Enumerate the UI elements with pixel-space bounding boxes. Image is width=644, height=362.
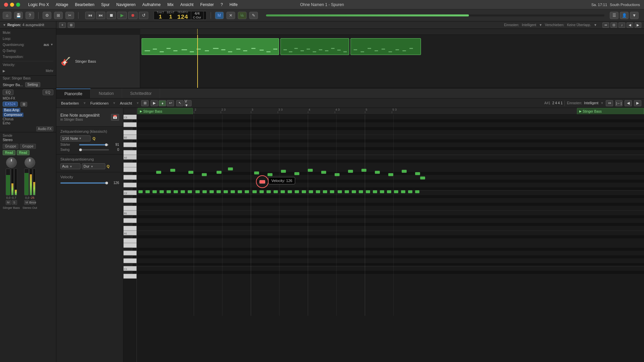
verschieben-dropdown[interactable]: ▼ [594,23,597,27]
quant-note-select[interactable]: 1/16 Note ▼ [60,135,91,141]
tab-pianorolle[interactable]: Pianorolle [56,88,91,98]
region-header[interactable]: ▼ Region: 4 ausgewählt [0,21,56,28]
mute-btn-right[interactable]: M [24,200,30,205]
toolbar-icon-settings[interactable]: ⚙ [43,12,51,19]
menu-hilfe[interactable]: Hilfe [227,2,240,8]
pr-midi-btn[interactable]: ♦ [159,100,166,106]
toolbar-icon-1[interactable]: ⌂ [3,12,11,19]
stop-button[interactable]: ⏹ [107,12,116,19]
toolbar-icon-tool[interactable]: ⊞ [54,12,63,19]
menu-spur[interactable]: Spur [98,2,112,8]
forward-button[interactable]: ⏭ [96,12,105,19]
menu-logicprox[interactable]: Logic Pro X [25,2,52,8]
note-btn[interactable]: ♪ [619,22,625,28]
toolbar-icon-list[interactable]: ☰ [610,12,619,19]
fader-track-left[interactable] [6,169,10,195]
velocity-thumb[interactable] [105,182,108,184]
menu-ansicht[interactable]: Ansicht [178,2,196,8]
toolbar-icon-down[interactable]: ▼ [630,12,639,19]
pr-cursor-btn[interactable]: ↖ [176,100,183,106]
pan-knob-right[interactable] [24,157,35,168]
exs24-link-btn[interactable]: ⛓ [20,102,27,107]
mehr-row[interactable]: ▶ Mehr [3,68,53,73]
menu-fenster[interactable]: Fenster [198,2,217,8]
menu-mix[interactable]: Mix [165,2,176,8]
pr-arrow-left-btn[interactable]: ◀ [625,100,632,106]
pr-menu-funktionen[interactable]: Funktionen [88,101,110,106]
compressor-btn[interactable]: Compressor [3,113,23,117]
progress-bar[interactable] [266,14,604,16]
toolbar-icon-cut[interactable]: ✂ [65,12,74,19]
midi-region-1[interactable] [142,38,279,55]
rewind-button[interactable]: ⏮ [85,12,95,19]
toolbar-icon-snap[interactable]: ¼ [238,12,247,19]
read-right-btn[interactable]: Read [17,150,30,155]
bounce-btn[interactable]: Bnce [30,200,36,205]
pr-zoom-btn-2[interactable]: |←| [615,100,623,106]
setting-button[interactable]: Setting [25,82,40,87]
eq-right-btn[interactable]: EQ [43,89,53,95]
minimize-button[interactable] [10,3,14,7]
einrasten-dropdown[interactable]: ▼ [539,23,542,27]
mute-btn-left[interactable]: M [6,200,11,205]
exs24-btn[interactable]: EXS24 [3,102,18,107]
einrasten-dropdown-arrow[interactable]: ▼ [600,101,604,105]
scale-mode-select[interactable]: Aus ▼ [60,163,80,169]
menu-bearbeiten[interactable]: Bearbeiten [72,2,97,8]
pr-vel-dropdown[interactable]: V ▼ [184,100,192,106]
maximize-button[interactable] [16,3,20,7]
pan-knob-left[interactable] [6,157,17,168]
pr-play-btn[interactable]: ▶ [151,100,158,106]
menu-aufnahme[interactable]: Aufnahme [140,2,163,8]
toolbar-icon-3[interactable]: ? [25,12,34,19]
add-track-btn[interactable]: + [59,22,66,28]
left-arrow-btn[interactable]: ◀ [627,22,633,28]
pr-arrow-right-btn[interactable]: ▶ [634,100,641,106]
quant-q-btn[interactable]: Q [93,136,96,140]
cycle-button[interactable]: ↺ [139,12,148,19]
filter-btn[interactable]: ⊟ [610,22,617,28]
scale-type-arrow[interactable]: ▼ [91,165,94,168]
region-view-btn[interactable]: ⊞ [68,22,74,28]
toolbar-icon-b[interactable]: ✕ [226,12,235,19]
pr-options-btn[interactable]: ⊞ [141,100,149,106]
zoom-btn[interactable]: ⇔ [602,22,609,28]
record-button[interactable]: ⏺ [128,12,138,19]
scale-mode-arrow[interactable]: ▼ [69,165,72,168]
calendar-btn[interactable]: 📅 [111,114,119,121]
chorus-btn[interactable]: Chorus [3,117,13,121]
tab-schritteditor[interactable]: Schritteditor [122,88,160,98]
velocity-slider[interactable] [60,182,107,184]
menu-navigieren[interactable]: Navigieren [114,2,138,8]
play-button[interactable]: ▶ [117,12,127,19]
toolbar-icon-2[interactable]: 💾 [14,12,23,19]
solo-btn-left[interactable]: S [12,200,17,205]
pr-zoom-btn-1[interactable]: ⇔ [606,100,613,106]
midi-region-2[interactable] [280,38,349,55]
menu-ablage[interactable]: Ablage [53,2,71,8]
swing-thumb[interactable] [79,148,82,151]
time-signature-display[interactable]: 4/4 C-Dur [191,11,204,20]
echo-btn[interactable]: Echo [3,121,10,125]
menu-help-q[interactable]: ? [218,2,226,8]
tab-notation[interactable]: Notation [91,88,122,98]
quant-select-arrow[interactable]: ▼ [79,137,82,140]
pr-menu-ansicht[interactable]: Ansicht [118,101,134,106]
read-left-btn[interactable]: Read [3,150,15,155]
scale-q-btn[interactable]: Q [107,164,110,168]
gruppe-left-btn[interactable]: Gruppe [3,144,18,149]
pr-undo-btn[interactable]: ↩ [167,100,174,106]
audiofx-btn[interactable]: Audio FX [36,126,53,131]
quant-arrow[interactable]: ▼ [50,43,53,46]
grid-container[interactable]: Velocity: 126 [137,115,644,362]
midi-region-3[interactable] [351,38,421,55]
bassamp-btn[interactable]: Bass Amp [3,108,20,112]
toolbar-icon-person[interactable]: 👤 [620,12,629,19]
mehr-arrow[interactable]: ▶ [3,69,5,73]
strength-slider[interactable] [79,144,109,145]
pr-menu-bearbeiten[interactable]: Bearbeiten [59,101,81,106]
toolbar-icon-pencil[interactable]: ✎ [249,12,258,19]
swing-slider[interactable] [79,149,109,150]
gruppe-right-btn[interactable]: Gruppe [20,144,36,149]
strength-thumb[interactable] [105,143,108,146]
